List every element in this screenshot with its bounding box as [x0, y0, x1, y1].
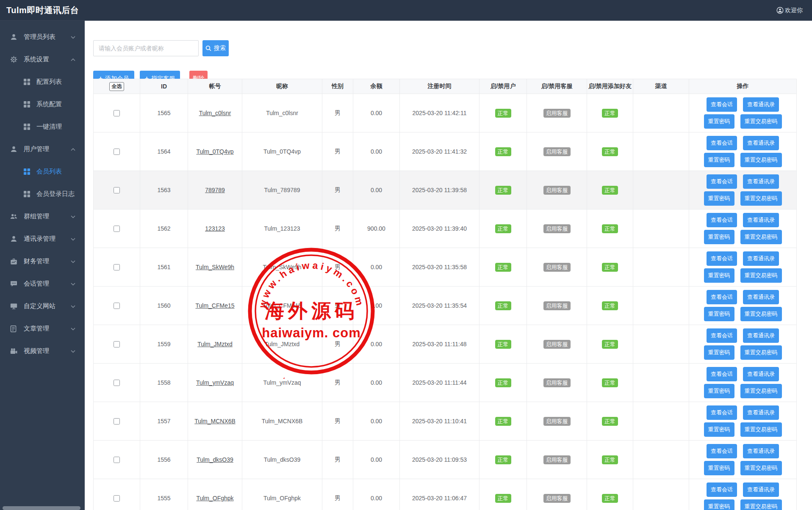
reset-password-button[interactable]: 重置密码 — [704, 422, 734, 437]
friend-status-badge[interactable]: 正常 — [602, 340, 618, 349]
account-link[interactable]: 123123 — [205, 225, 225, 232]
reset-trade-password-button[interactable]: 重置交易密码 — [740, 384, 782, 398]
reset-trade-password-button[interactable]: 重置交易密码 — [740, 191, 782, 206]
sidebar-item-custom-website[interactable]: 自定义网站 — [0, 295, 85, 317]
user-status-badge[interactable]: 正常 — [495, 109, 511, 118]
row-checkbox[interactable] — [114, 418, 120, 425]
sidebar-item-member-login-log[interactable]: 会员登录日志 — [0, 183, 85, 205]
view-contacts-button[interactable]: 查看通讯录 — [743, 482, 779, 497]
friend-status-badge[interactable]: 正常 — [602, 224, 618, 233]
view-conversation-button[interactable]: 查看会话 — [707, 290, 737, 304]
user-status-badge[interactable]: 正常 — [495, 494, 511, 503]
friend-status-badge[interactable]: 正常 — [602, 455, 618, 464]
reset-trade-password-button[interactable]: 重置交易密码 — [740, 230, 782, 244]
sidebar-item-finance-management[interactable]: 财务管理 — [0, 250, 85, 273]
view-contacts-button[interactable]: 查看通讯录 — [743, 328, 779, 343]
user-status-badge[interactable]: 正常 — [495, 417, 511, 426]
row-checkbox[interactable] — [114, 226, 120, 232]
search-button[interactable]: 搜索 — [202, 40, 229, 56]
view-contacts-button[interactable]: 查看通讯录 — [743, 174, 779, 189]
reset-trade-password-button[interactable]: 重置交易密码 — [740, 153, 782, 167]
view-conversation-button[interactable]: 查看会话 — [707, 136, 737, 150]
horizontal-scrollbar-thumb[interactable] — [3, 506, 80, 510]
account-link[interactable]: Tulm_MCNX6B — [194, 418, 236, 425]
account-link[interactable]: Tulm_c0lsnr — [199, 110, 231, 116]
sidebar-item-article-management[interactable]: 文章管理 — [0, 317, 85, 340]
welcome-menu[interactable]: 欢迎你 — [776, 0, 803, 21]
account-link[interactable]: Tulm_JMztxd — [197, 341, 233, 347]
sidebar-item-config-list[interactable]: 配置列表 — [0, 71, 85, 93]
sidebar-item-member-list[interactable]: 会员列表 — [0, 160, 85, 183]
row-checkbox[interactable] — [114, 149, 120, 155]
service-status-badge[interactable]: 启用客服 — [543, 340, 571, 349]
service-status-badge[interactable]: 启用客服 — [543, 455, 571, 464]
view-conversation-button[interactable]: 查看会话 — [707, 251, 737, 266]
account-link[interactable]: Tulm_CFMe15 — [195, 302, 234, 309]
friend-status-badge[interactable]: 正常 — [602, 109, 618, 118]
view-contacts-button[interactable]: 查看通讯录 — [743, 290, 779, 304]
service-status-badge[interactable]: 启用客服 — [543, 186, 571, 195]
view-conversation-button[interactable]: 查看会话 — [707, 405, 737, 420]
view-conversation-button[interactable]: 查看会话 — [707, 444, 737, 458]
row-checkbox[interactable] — [114, 264, 120, 270]
user-status-badge[interactable]: 正常 — [495, 301, 511, 310]
service-status-badge[interactable]: 启用客服 — [543, 109, 571, 118]
reset-trade-password-button[interactable]: 重置交易密码 — [740, 268, 782, 283]
reset-trade-password-button[interactable]: 重置交易密码 — [740, 345, 782, 360]
sidebar-item-video-management[interactable]: 视频管理 — [0, 340, 85, 362]
reset-password-button[interactable]: 重置密码 — [704, 307, 734, 321]
search-input[interactable] — [93, 40, 199, 56]
view-contacts-button[interactable]: 查看通讯录 — [743, 405, 779, 420]
account-link[interactable]: Tulm_dksO39 — [197, 456, 233, 463]
account-link[interactable]: Tulm_0TQ4vp — [196, 148, 233, 155]
view-contacts-button[interactable]: 查看通讯录 — [743, 213, 779, 227]
reset-trade-password-button[interactable]: 重置交易密码 — [740, 307, 782, 321]
reset-trade-password-button[interactable]: 重置交易密码 — [740, 461, 782, 475]
reset-password-button[interactable]: 重置密码 — [704, 345, 734, 360]
service-status-badge[interactable]: 启用客服 — [543, 263, 571, 272]
account-link[interactable]: Tulm_ymVzaq — [196, 379, 234, 386]
account-link[interactable]: Tulm_SkWe9h — [196, 264, 234, 270]
row-checkbox[interactable] — [114, 187, 120, 193]
service-status-badge[interactable]: 启用客服 — [543, 147, 571, 156]
row-checkbox[interactable] — [114, 495, 120, 502]
view-conversation-button[interactable]: 查看会话 — [707, 482, 737, 497]
sidebar-item-group-management[interactable]: 群组管理 — [0, 205, 85, 228]
row-checkbox[interactable] — [114, 303, 120, 309]
reset-password-button[interactable]: 重置密码 — [704, 191, 734, 206]
reset-password-button[interactable]: 重置密码 — [704, 114, 734, 129]
reset-trade-password-button[interactable]: 重置交易密码 — [740, 114, 782, 129]
reset-password-button[interactable]: 重置密码 — [704, 461, 734, 475]
sidebar-item-conversation-management[interactable]: 会话管理 — [0, 273, 85, 295]
user-status-badge[interactable]: 正常 — [495, 340, 511, 349]
account-link[interactable]: 789789 — [205, 187, 225, 193]
friend-status-badge[interactable]: 正常 — [602, 186, 618, 195]
view-conversation-button[interactable]: 查看会话 — [707, 213, 737, 227]
user-status-badge[interactable]: 正常 — [495, 147, 511, 156]
friend-status-badge[interactable]: 正常 — [602, 417, 618, 426]
view-contacts-button[interactable]: 查看通讯录 — [743, 251, 779, 266]
service-status-badge[interactable]: 启用客服 — [543, 417, 571, 426]
view-contacts-button[interactable]: 查看通讯录 — [743, 444, 779, 458]
view-conversation-button[interactable]: 查看会话 — [707, 367, 737, 381]
sidebar-item-user-management[interactable]: 用户管理 — [0, 138, 85, 160]
view-contacts-button[interactable]: 查看通讯录 — [743, 367, 779, 381]
service-status-badge[interactable]: 启用客服 — [543, 378, 571, 387]
reset-password-button[interactable]: 重置密码 — [704, 499, 734, 510]
friend-status-badge[interactable]: 正常 — [602, 494, 618, 503]
service-status-badge[interactable]: 启用客服 — [543, 224, 571, 233]
reset-password-button[interactable]: 重置密码 — [704, 268, 734, 283]
row-checkbox[interactable] — [114, 380, 120, 386]
sidebar-item-admin-list[interactable]: 管理员列表 — [0, 26, 85, 48]
user-status-badge[interactable]: 正常 — [495, 224, 511, 233]
friend-status-badge[interactable]: 正常 — [602, 147, 618, 156]
sidebar-item-system-settings[interactable]: 系统设置 — [0, 48, 85, 71]
reset-password-button[interactable]: 重置密码 — [704, 384, 734, 398]
reset-trade-password-button[interactable]: 重置交易密码 — [740, 422, 782, 437]
view-contacts-button[interactable]: 查看通讯录 — [743, 136, 779, 150]
view-conversation-button[interactable]: 查看会话 — [707, 97, 737, 112]
sidebar-item-one-click-clean[interactable]: 一键清理 — [0, 116, 85, 138]
user-status-badge[interactable]: 正常 — [495, 378, 511, 387]
service-status-badge[interactable]: 启用客服 — [543, 494, 571, 503]
row-checkbox[interactable] — [114, 341, 120, 347]
